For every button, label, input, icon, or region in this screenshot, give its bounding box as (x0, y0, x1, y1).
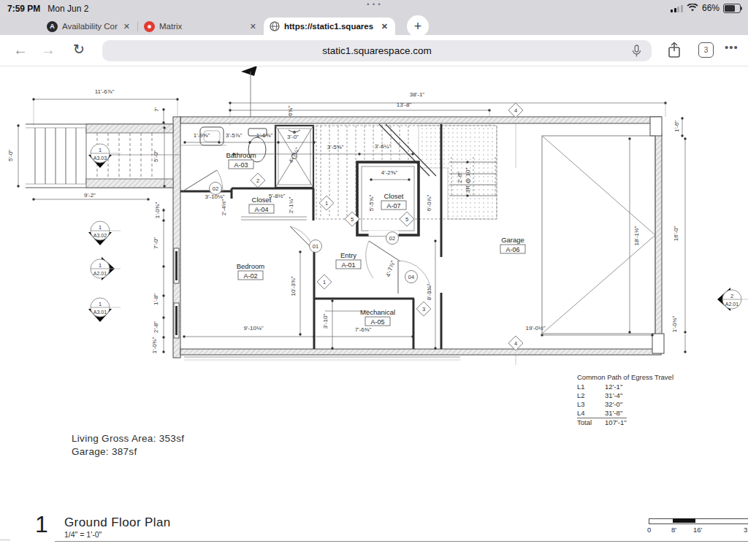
section-marker: 2A2.01 (717, 288, 748, 311)
url-text: static1.squarespace.com (102, 45, 652, 56)
dimension-label: 8'-9⅜" (426, 284, 432, 301)
dimension-label: 9'-10⅛" (243, 325, 263, 331)
scale-tick: 16' (693, 526, 702, 534)
tab-squarespace[interactable]: https://static1.squares ✕ (264, 18, 395, 35)
section-sheet: A2.01 (725, 302, 739, 307)
room-name: Entry (340, 251, 356, 259)
battery-icon (723, 4, 741, 13)
mic-icon[interactable] (632, 45, 641, 58)
dimension-label: 6'-0⅞" (426, 195, 432, 212)
room-name: Mechanical (360, 308, 395, 316)
close-icon[interactable]: ✕ (380, 22, 389, 31)
back-button[interactable]: ← (10, 39, 31, 60)
dimension-label: 3'-0" (287, 134, 299, 140)
room-tag: A-07 (386, 202, 400, 210)
door-tag-number: 01 (313, 243, 318, 250)
dimension-label: 3'-6¼" (375, 143, 392, 150)
dimension-label: 5'-0" (153, 150, 159, 162)
plan-interior-walls (180, 124, 441, 349)
dimension-label: 2'-8" (153, 321, 159, 333)
section-number: 1 (99, 262, 102, 269)
dimension-label: 2'-4½" (221, 199, 227, 216)
section-marker: 1A2.01 (91, 257, 121, 280)
tab-availability-content[interactable]: A Availability Content — / ✕ (41, 18, 137, 35)
keynote-number: 1 (325, 200, 328, 207)
dimension-label: 38'-1" (410, 91, 425, 98)
room-name: Closet (252, 196, 272, 204)
door-tag-number: 02 (213, 185, 218, 192)
drawing-title: Ground Floor Plan (64, 515, 171, 530)
keynote-number: 5 (351, 216, 354, 223)
dimension-label: 5'-5⅝" (368, 195, 375, 212)
table-row: L332'-0" (577, 400, 627, 409)
dimension-label: 11'-6⅞" (95, 88, 115, 95)
section-number: 1 (99, 301, 102, 307)
room-tag: A-05 (370, 318, 384, 326)
tab-matrix[interactable]: Matrix ✕ (138, 18, 264, 35)
room-name: Closet (384, 192, 404, 200)
availability-favicon: A (47, 21, 58, 32)
dimension-label: 10'-3⅜" (290, 276, 297, 296)
tab-bar: A Availability Content — / ✕ Matrix ✕ ht… (0, 18, 748, 35)
door-tag-number: 04 (408, 274, 414, 280)
scale-tick: 0 (647, 526, 651, 534)
table-row: Total107'-1" (577, 418, 627, 428)
dimension-label: 1'-0⅜" (154, 202, 161, 219)
room-tag: A-01 (341, 261, 355, 269)
section-cut-marker (241, 66, 257, 117)
dimension-label: 7' (153, 107, 160, 112)
egress-table: Common Path of Egress Travel L112'-1" L2… (577, 373, 673, 427)
living-area-note: Living Gross Area: 353sf (72, 432, 184, 445)
date: Mon Jun 2 (47, 4, 88, 14)
close-icon[interactable]: ✕ (248, 22, 258, 31)
dimension-label: 2'-1¼" (288, 197, 294, 214)
share-icon[interactable] (666, 41, 682, 60)
scale-tick: 8' (671, 526, 676, 534)
dimension-label: 4'-2⅝" (381, 169, 398, 176)
floor-plan: 11'-6⅞"7'38'-1"13'-8"1'-6"5'-0"5'-0"9'-2… (0, 0, 748, 560)
section-number: 2 (730, 293, 733, 299)
close-icon[interactable]: ✕ (122, 22, 131, 31)
title-rule (55, 541, 748, 542)
battery-percent: 66% (702, 3, 720, 13)
keynote-number: 3 (422, 306, 425, 312)
multitask-dots[interactable]: • • • (367, 1, 381, 8)
keynote-number: 4 (514, 340, 517, 347)
reload-button[interactable]: ↻ (69, 39, 89, 60)
dimension-label: 6⅝" (287, 106, 294, 116)
matrix-favicon (144, 21, 155, 32)
section-sheet: A3.02 (94, 233, 107, 238)
tab-label: https://static1.squares (284, 22, 375, 31)
dimension-label: 7'-0" (153, 237, 159, 249)
section-sheet: A3.01 (94, 310, 107, 315)
dimension-label: 1'-6⅝" (256, 132, 273, 139)
section-number: 1 (99, 224, 102, 231)
dimension-label: 1'-0¾" (671, 316, 678, 333)
forward-button[interactable]: → (38, 39, 58, 60)
tabs-button[interactable]: 3 (698, 42, 714, 58)
dimension-label: 19'-0½" (525, 325, 545, 331)
section-marker: 1A3.02 (88, 221, 121, 245)
drawing-number: 1 (35, 511, 48, 538)
area-notes: Living Gross Area: 353sf Garage: 387sf (72, 432, 184, 459)
dimension-label: 5'-0" (7, 150, 14, 161)
garage-area-note: Garage: 387sf (72, 445, 184, 459)
dimension-label: 3'-10" (322, 314, 329, 329)
section-marker: 1A3.03 (88, 144, 121, 168)
cellular-icon (671, 4, 683, 12)
scale-tick: 3 (744, 526, 747, 534)
table-row: L231'-4" (577, 391, 627, 400)
dimension-label: 3R @ 10" (465, 168, 471, 193)
dimension-label: 13'-8" (397, 101, 412, 108)
dimension-label: 16'-0" (673, 226, 679, 242)
dimension-label: 3'-5⅞" (226, 132, 243, 139)
address-bar[interactable]: static1.squarespace.com (102, 40, 652, 61)
globe-icon (270, 21, 280, 31)
dimension-label: 1'-8" (153, 294, 159, 305)
new-tab-button[interactable]: + (407, 15, 429, 37)
dimension-label: 7'-6⅜" (355, 326, 372, 333)
door-tag-number: 02 (389, 235, 395, 242)
section-marker: 1A3.01 (88, 298, 121, 322)
more-menu-button[interactable]: ••• (725, 41, 739, 53)
dimension-label: 18'-1½" (633, 226, 640, 245)
